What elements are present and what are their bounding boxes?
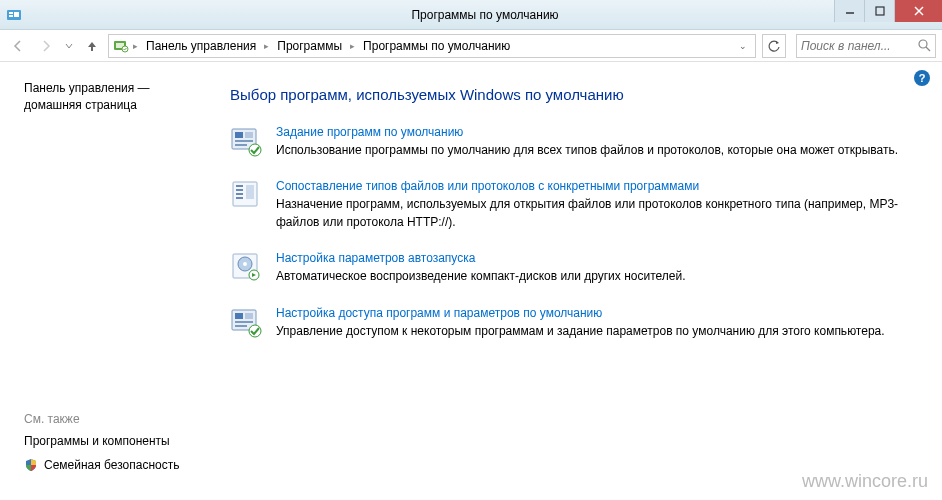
window-buttons xyxy=(834,0,942,22)
svg-rect-15 xyxy=(245,132,253,138)
program-access-icon xyxy=(230,306,262,338)
page-heading: Выбор программ, используемых Windows по … xyxy=(230,86,912,103)
programs-icon xyxy=(230,125,262,157)
sidebar-link-label: Программы и компоненты xyxy=(24,434,170,448)
sidebar-link-label: Семейная безопасность xyxy=(44,458,180,472)
svg-rect-32 xyxy=(235,321,253,323)
option-link[interactable]: Настройка параметров автозапуска xyxy=(276,251,912,265)
option-associate-file-types: Сопоставление типов файлов или протоколо… xyxy=(230,179,912,231)
svg-rect-33 xyxy=(235,325,247,327)
refresh-button[interactable] xyxy=(762,34,786,58)
see-also-label: См. также xyxy=(24,412,200,426)
search-icon[interactable] xyxy=(918,39,931,52)
sidebar-link-programs[interactable]: Программы и компоненты xyxy=(24,434,200,448)
forward-button[interactable] xyxy=(34,34,58,58)
svg-point-18 xyxy=(249,144,261,156)
option-desc: Управление доступом к некоторым программ… xyxy=(276,323,912,340)
svg-rect-1 xyxy=(9,12,13,14)
svg-rect-2 xyxy=(9,15,13,17)
svg-point-27 xyxy=(243,262,247,266)
svg-rect-30 xyxy=(235,313,243,319)
breadcrumb-item[interactable]: Программы xyxy=(273,39,346,53)
window-title: Программы по умолчанию xyxy=(28,8,942,22)
sidebar: Панель управления — домашняя страница См… xyxy=(0,62,210,500)
search-input[interactable] xyxy=(801,39,918,53)
option-link[interactable]: Настройка доступа программ и параметров … xyxy=(276,306,912,320)
option-desc: Назначение программ, используемых для от… xyxy=(276,196,912,231)
svg-rect-24 xyxy=(246,185,254,199)
control-panel-icon xyxy=(113,38,129,54)
breadcrumb-dropdown-icon[interactable]: ⌄ xyxy=(735,41,751,51)
shield-icon xyxy=(24,458,38,472)
option-desc: Использование программы по умолчанию для… xyxy=(276,142,912,159)
main-content: ? Выбор программ, используемых Windows п… xyxy=(210,62,942,500)
breadcrumb-sep-icon: ▸ xyxy=(348,41,357,51)
svg-rect-22 xyxy=(236,193,243,195)
breadcrumb-sep-icon: ▸ xyxy=(131,41,140,51)
svg-rect-5 xyxy=(876,7,884,15)
breadcrumb-item[interactable]: Программы по умолчанию xyxy=(359,39,514,53)
maximize-button[interactable] xyxy=(864,0,894,22)
back-button[interactable] xyxy=(6,34,30,58)
option-program-access: Настройка доступа программ и параметров … xyxy=(230,306,912,340)
svg-rect-31 xyxy=(245,313,253,319)
option-link[interactable]: Задание программ по умолчанию xyxy=(276,125,912,139)
breadcrumb-sep-icon: ▸ xyxy=(262,41,271,51)
close-button[interactable] xyxy=(894,0,942,22)
option-desc: Автоматическое воспроизведение компакт-д… xyxy=(276,268,912,285)
search-box[interactable] xyxy=(796,34,936,58)
system-icon xyxy=(6,7,22,23)
svg-rect-17 xyxy=(235,144,247,146)
autoplay-icon xyxy=(230,251,262,283)
sidebar-link-family-safety[interactable]: Семейная безопасность xyxy=(24,458,200,472)
svg-rect-16 xyxy=(235,140,253,142)
svg-rect-23 xyxy=(236,197,243,199)
title-bar: Программы по умолчанию xyxy=(0,0,942,30)
breadcrumb-item[interactable]: Панель управления xyxy=(142,39,260,53)
svg-rect-3 xyxy=(14,12,19,17)
toolbar: ▸ Панель управления ▸ Программы ▸ Програ… xyxy=(0,30,942,62)
svg-line-12 xyxy=(926,47,930,51)
option-set-default-programs: Задание программ по умолчанию Использова… xyxy=(230,125,912,159)
option-autoplay: Настройка параметров автозапуска Автомат… xyxy=(230,251,912,285)
recent-dropdown[interactable] xyxy=(62,34,76,58)
control-panel-home-link[interactable]: Панель управления — домашняя страница xyxy=(24,80,200,114)
option-link[interactable]: Сопоставление типов файлов или протоколо… xyxy=(276,179,912,193)
svg-point-11 xyxy=(919,40,927,48)
breadcrumb[interactable]: ▸ Панель управления ▸ Программы ▸ Програ… xyxy=(108,34,756,58)
help-icon[interactable]: ? xyxy=(914,70,930,86)
svg-rect-14 xyxy=(235,132,243,138)
minimize-button[interactable] xyxy=(834,0,864,22)
svg-rect-21 xyxy=(236,189,243,191)
svg-point-34 xyxy=(249,325,261,337)
associate-icon xyxy=(230,179,262,211)
watermark: www.wincore.ru xyxy=(802,471,928,492)
svg-rect-20 xyxy=(236,185,243,187)
up-button[interactable] xyxy=(80,34,104,58)
